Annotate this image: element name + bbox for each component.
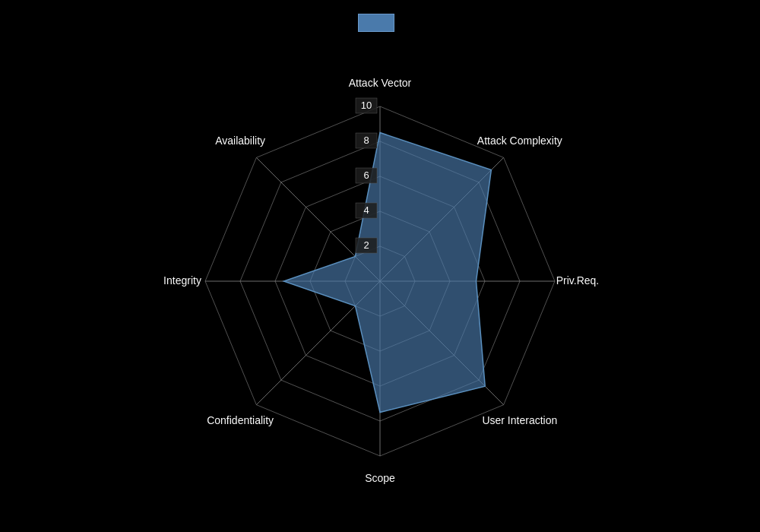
chart-container: .grid-line { stroke: #666; stroke-width:… xyxy=(0,0,760,532)
axis-label: User Interaction xyxy=(482,414,557,426)
axis-label: Attack Complexity xyxy=(477,135,562,147)
scale-label: 8 xyxy=(363,135,369,146)
scale-label: 2 xyxy=(363,239,369,251)
axis-label: Attack Vector xyxy=(349,77,412,89)
radar-chart-svg: .grid-line { stroke: #666; stroke-width:… xyxy=(0,0,760,532)
axis-label: Priv.Req. xyxy=(556,274,600,287)
axis-label: Integrity xyxy=(163,274,201,287)
scale-label: 10 xyxy=(361,100,372,111)
scale-label: 4 xyxy=(363,204,369,216)
axis-label: Availability xyxy=(215,135,265,147)
scale-label: 6 xyxy=(363,169,369,181)
axis-label: Confidentiality xyxy=(207,414,274,426)
data-area xyxy=(284,133,492,413)
data-polygon-group xyxy=(284,133,492,413)
axis-label: Scope xyxy=(365,472,395,484)
